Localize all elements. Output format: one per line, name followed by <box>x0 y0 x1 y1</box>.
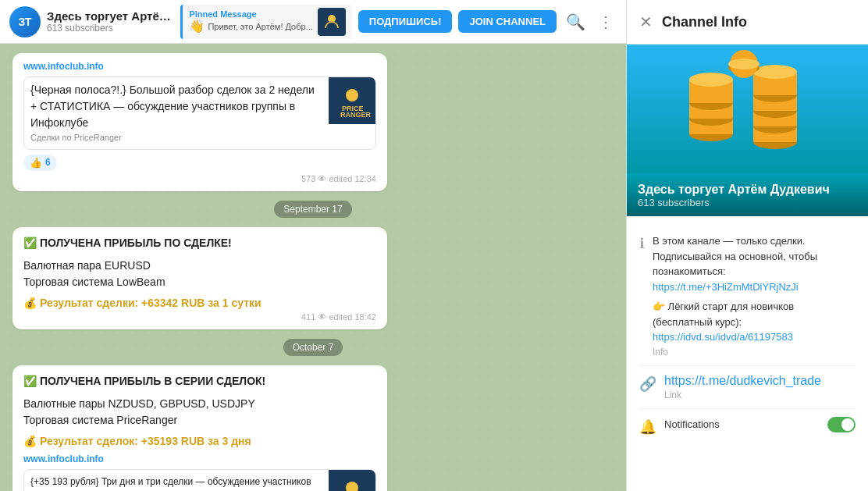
pinned-message[interactable]: Pinned Message 👋 Привет, это Артём! Добр… <box>180 5 351 39</box>
chat-header: ЗТ Здесь торгует Артём Дудк... 613 subsc… <box>0 0 626 44</box>
msg-title: ✅ ПОЛУЧЕНА ПРИБЫЛЬ ПО СДЕЛКЕ! <box>23 235 376 251</box>
svg-point-19 <box>689 73 733 87</box>
channel-subs-header: 613 subscribers <box>47 23 174 34</box>
msg-preview-card: {+35 193 рубля} Три дня и три сделки — о… <box>23 469 376 492</box>
more-options-icon[interactable]: ⋮ <box>595 9 617 34</box>
reaction-count: 6 <box>45 157 51 168</box>
info-channel-subs: 613 subscribers <box>638 197 857 208</box>
message-bubble: ✅ ПОЛУЧЕНА ПРИБЫЛЬ В СЕРИИ СДЕЛОК! Валют… <box>12 365 387 492</box>
date-separator: October 7 <box>12 339 614 356</box>
pinned-thumbnail <box>318 8 346 36</box>
link-icon: 🔗 <box>639 375 656 393</box>
info-description-section: ℹ В этом канале — только сделки. Подписы… <box>639 226 856 366</box>
info-panel-body: ℹ В этом канале — только сделки. Подписы… <box>627 216 868 491</box>
avatar: ЗТ <box>9 6 41 37</box>
info-link-content: https://t.me/dudkevich_trade Link <box>664 374 856 400</box>
main-channel-link[interactable]: https://t.me/+3HiZmMtDlYRjNzJi <box>653 281 799 293</box>
channel-link[interactable]: https://t.me/dudkevich_trade <box>664 374 856 388</box>
link-label: Link <box>664 390 856 400</box>
channel-name-header: Здесь торгует Артём Дудк... <box>47 9 174 23</box>
message-bubble: www.infoclub.info {Черная полоса?!.} Бол… <box>12 53 387 191</box>
svg-text:RANGER: RANGER <box>340 111 372 119</box>
info-panel-title: Channel Info <box>662 14 747 30</box>
chat-messages-area: www.infoclub.info {Черная полоса?!.} Бол… <box>0 44 626 491</box>
info-description-text: В этом канале — только сделки. Подписыва… <box>653 233 856 294</box>
info-panel-header: ✕ Channel Info <box>627 0 868 44</box>
date-badge: September 17 <box>274 201 351 218</box>
message-bubble: ✅ ПОЛУЧЕНА ПРИБЫЛЬ ПО СДЕЛКЕ! Валютная п… <box>12 227 387 329</box>
info-icon: ℹ <box>639 235 645 252</box>
pinned-label: Pinned Message <box>189 9 312 19</box>
subscribe-button[interactable]: ПОДПИШИСЬ! <box>358 10 453 33</box>
chat-panel: ЗТ Здесь торгует Артём Дудк... 613 subsc… <box>0 0 626 491</box>
msg-preview-title-text: {+35 193 рубля} Три дня и три сделки — о… <box>30 475 322 492</box>
info-notifications-section[interactable]: 🔔 Notifications <box>639 409 856 443</box>
svg-point-34 <box>728 59 760 69</box>
msg-line2: Торговая система PriceRanger <box>23 412 376 429</box>
msg-line2: Торговая система LowBeam <box>23 274 376 290</box>
info-channel-name: Здесь торгует Артём Дудкевич <box>638 183 857 197</box>
info-description-content: В этом канале — только сделки. Подписыва… <box>653 233 856 358</box>
pinned-emoji: 👋 <box>189 19 205 34</box>
msg-meta: 573 👁 edited 12:34 <box>23 174 376 183</box>
msg-preview-subtitle: Сделки по PriceRanger <box>30 131 322 144</box>
msg-result: 💰 Результат сделок: +35193 RUB за 3 дня <box>23 435 376 447</box>
svg-point-31 <box>753 65 797 79</box>
info-label: Info <box>653 347 856 358</box>
info-beginner-text: 👉 Лёгкий старт для новичков (бесплатный … <box>653 299 856 345</box>
beginner-link[interactable]: https://idvd.su/idvd/a/61197583 <box>653 331 793 343</box>
channel-info-panel: ✕ Channel Info <box>626 0 868 491</box>
msg-line1: Валютные пары NZDUSD, GBPUSD, USDJPY <box>23 396 376 412</box>
msg-line1: Валютная пара EURUSD <box>23 258 376 274</box>
channel-info-header: Здесь торгует Артём Дудк... 613 subscrib… <box>47 9 174 34</box>
pinned-text: Привет, это Артём! Добр... <box>208 22 312 31</box>
msg-link[interactable]: www.infoclub.info <box>23 454 376 464</box>
close-icon[interactable]: ✕ <box>639 12 653 31</box>
msg-thumbnail: PRICERANGER <box>329 470 375 492</box>
bell-icon: 🔔 <box>639 418 656 436</box>
svg-point-3 <box>346 89 358 101</box>
msg-preview-content: {+35 193 рубля} Три дня и три сделки — о… <box>24 470 329 492</box>
msg-meta: 411 👁 edited 18:42 <box>23 312 376 322</box>
msg-thumbnail: PRICERANGER <box>329 77 375 124</box>
msg-link[interactable]: www.infoclub.info <box>23 61 376 72</box>
msg-result: 💰 Результат сделки: +63342 RUB за 1 сутк… <box>23 297 376 309</box>
notifications-content: Notifications <box>664 417 820 432</box>
msg-preview-card: {Черная полоса?!.} Большой разбор сделок… <box>23 76 376 150</box>
info-hero-banner: Здесь торгует Артём Дудкевич 613 subscri… <box>627 44 868 216</box>
msg-reaction[interactable]: 👍 6 <box>23 155 57 171</box>
date-separator: September 17 <box>12 201 614 218</box>
msg-preview-title-text: {Черная полоса?!.} Большой разбор сделок… <box>30 82 322 131</box>
notifications-toggle[interactable] <box>827 417 856 432</box>
search-icon[interactable]: 🔍 <box>563 9 589 34</box>
notifications-label: Notifications <box>664 417 820 432</box>
date-badge: October 7 <box>283 339 343 356</box>
msg-preview-content: {Черная полоса?!.} Большой разбор сделок… <box>24 77 329 149</box>
info-link-section: 🔗 https://t.me/dudkevich_trade Link <box>639 366 856 409</box>
join-channel-button[interactable]: JOIN CHANNEL <box>458 10 557 33</box>
msg-title: ✅ ПОЛУЧЕНА ПРИБЫЛЬ В СЕРИИ СДЕЛОК! <box>23 373 376 390</box>
